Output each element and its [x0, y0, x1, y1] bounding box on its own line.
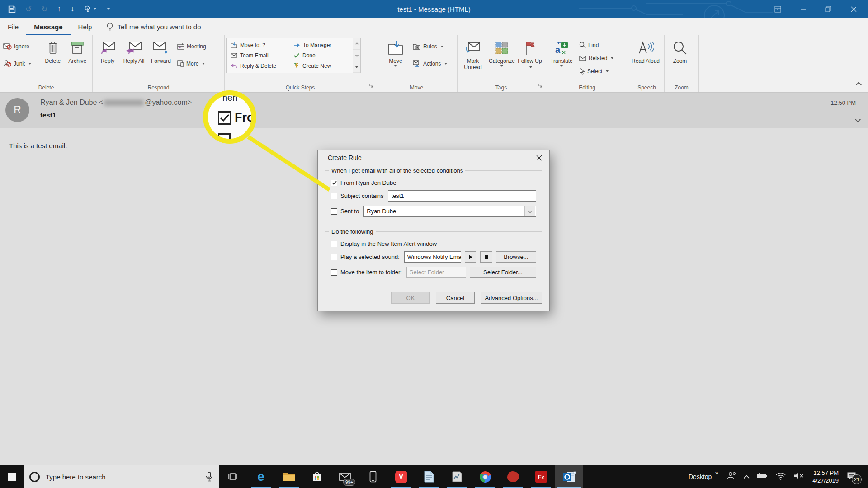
undo-icon[interactable]: ↺: [25, 5, 32, 14]
task-view-button[interactable]: [222, 465, 244, 488]
select-button[interactable]: Select: [578, 66, 615, 76]
taskbar-mail-button[interactable]: 99+: [331, 465, 359, 488]
callout-from-row: From: [218, 111, 256, 125]
tab-file[interactable]: File: [0, 18, 26, 35]
select-folder-button[interactable]: Select Folder...: [470, 267, 536, 278]
actions-button[interactable]: Actions: [411, 58, 448, 69]
sent-to-checkbox[interactable]: [331, 208, 337, 215]
ribbon-group-quick-steps: Move to: ? Team Email Reply & Delete To …: [225, 35, 376, 92]
taskbar-vivaldi-button[interactable]: V: [387, 465, 415, 488]
tags-dialog-launcher-icon[interactable]: [538, 82, 542, 90]
translate-button[interactable]: a Translate: [547, 38, 576, 67]
categorize-button[interactable]: Categorize: [486, 38, 517, 67]
taskbar-edge-button[interactable]: e: [247, 465, 275, 488]
ribbon-display-options-button[interactable]: [765, 0, 790, 18]
file-explorer-icon: [283, 472, 295, 482]
reply-all-button[interactable]: Reply All: [121, 38, 147, 64]
stop-sound-button[interactable]: [480, 251, 492, 263]
reply-button[interactable]: Reply: [94, 38, 121, 64]
forward-button[interactable]: Forward: [147, 38, 175, 64]
save-icon[interactable]: [8, 5, 16, 13]
zoom-button[interactable]: Zoom: [666, 38, 693, 64]
quick-step-move-to[interactable]: Move to: ?: [231, 42, 290, 48]
folder-input[interactable]: Select Folder: [406, 267, 466, 278]
ignore-button[interactable]: Ignore: [2, 41, 41, 52]
find-button[interactable]: Find: [578, 40, 615, 50]
mark-unread-button[interactable]: Mark Unread: [459, 38, 486, 70]
taskbar-notepad-button[interactable]: [415, 465, 443, 488]
collapse-ribbon-icon[interactable]: [857, 80, 861, 89]
quick-steps-more-button[interactable]: [353, 61, 360, 73]
svg-text:a: a: [555, 45, 561, 55]
taskbar-chrome-button[interactable]: [471, 465, 499, 488]
browse-button[interactable]: Browse...: [496, 251, 536, 263]
move-button[interactable]: Move: [382, 38, 409, 67]
sender-avatar[interactable]: R: [5, 98, 29, 122]
delete-button[interactable]: Delete: [41, 38, 64, 64]
ok-button[interactable]: OK: [391, 292, 430, 304]
play-sound-button[interactable]: [465, 251, 477, 263]
touch-mode-icon[interactable]: [84, 5, 96, 13]
battery-icon[interactable]: [757, 473, 768, 481]
follow-up-button[interactable]: Follow Up: [517, 38, 542, 70]
subject-checkbox[interactable]: [331, 193, 337, 199]
start-button[interactable]: [0, 465, 24, 488]
volume-muted-icon[interactable]: [794, 472, 804, 481]
sent-to-combobox[interactable]: Ryan Dube: [363, 206, 536, 217]
read-aloud-button[interactable]: Read Aloud: [631, 38, 660, 64]
desktop-toolbar[interactable]: Desktop »: [689, 473, 718, 480]
advanced-options-button[interactable]: Advanced Options...: [481, 292, 542, 304]
tab-message[interactable]: Message: [26, 18, 70, 35]
customize-qat-icon[interactable]: [107, 8, 110, 10]
hidden-icons-chevron[interactable]: [744, 475, 750, 481]
taskbar-outlook-button[interactable]: [555, 465, 583, 488]
wifi-icon[interactable]: [776, 472, 786, 482]
close-button[interactable]: [841, 0, 866, 18]
cancel-button[interactable]: Cancel: [436, 292, 475, 304]
taskbar-file-explorer-button[interactable]: [275, 465, 303, 488]
move-folder-checkbox[interactable]: [331, 269, 337, 276]
quick-steps-dialog-launcher-icon[interactable]: [369, 82, 373, 90]
restore-button[interactable]: [816, 0, 841, 18]
taskbar-search-box[interactable]: Type here to search: [24, 465, 219, 488]
quick-step-to-manager[interactable]: To Manager: [293, 42, 353, 48]
taskbar-log-viewer-button[interactable]: [443, 465, 471, 488]
expand-header-icon[interactable]: [856, 115, 860, 123]
quick-step-create-new[interactable]: Create New: [293, 63, 353, 69]
taskbar-phone-button[interactable]: [359, 465, 387, 488]
redo-icon[interactable]: ↻: [41, 5, 47, 14]
subject-contains-input[interactable]: test1: [388, 190, 536, 202]
quick-step-done[interactable]: Done: [293, 52, 353, 59]
archive-button[interactable]: Archive: [65, 38, 90, 64]
minimize-button[interactable]: [790, 0, 816, 18]
quick-steps-scroll-down[interactable]: [353, 50, 360, 61]
quick-step-reply-delete[interactable]: Reply & Delete: [231, 63, 290, 69]
people-icon[interactable]: [726, 472, 736, 482]
quick-steps-scroll-up[interactable]: [353, 38, 360, 50]
microphone-icon[interactable]: [205, 472, 213, 482]
combo-dropdown-button[interactable]: [524, 206, 535, 216]
move-down-icon[interactable]: ↓: [71, 5, 75, 14]
taskbar-clock[interactable]: 12:57 PM 4/27/2019: [812, 469, 839, 484]
related-button[interactable]: Related: [578, 53, 615, 63]
taskbar-filezilla-button[interactable]: Fz: [527, 465, 555, 488]
tell-me-box[interactable]: Tell me what you want to do: [107, 18, 201, 35]
more-respond-button[interactable]: More: [176, 58, 208, 69]
search-placeholder: Type here to search: [46, 473, 106, 481]
rules-button[interactable]: Rules: [411, 41, 448, 52]
meeting-button[interactable]: Meeting: [176, 41, 208, 52]
action-center-button[interactable]: 21: [847, 472, 856, 482]
group-label-delete: Delete: [0, 84, 92, 91]
tab-help[interactable]: Help: [71, 18, 100, 35]
junk-button[interactable]: Junk: [2, 58, 41, 69]
display-alert-checkbox[interactable]: [331, 241, 337, 247]
taskbar-store-button[interactable]: [303, 465, 331, 488]
from-checkbox[interactable]: [331, 180, 337, 186]
toolbar-overflow-icon[interactable]: »: [715, 469, 718, 476]
move-up-icon[interactable]: ↑: [57, 5, 61, 14]
quick-step-team-email[interactable]: Team Email: [231, 52, 290, 59]
taskbar-red-app-button[interactable]: [499, 465, 527, 488]
play-sound-checkbox[interactable]: [331, 254, 337, 260]
sound-file-input[interactable]: Windows Notify Ema: [404, 251, 461, 263]
dialog-close-button[interactable]: [528, 150, 549, 165]
